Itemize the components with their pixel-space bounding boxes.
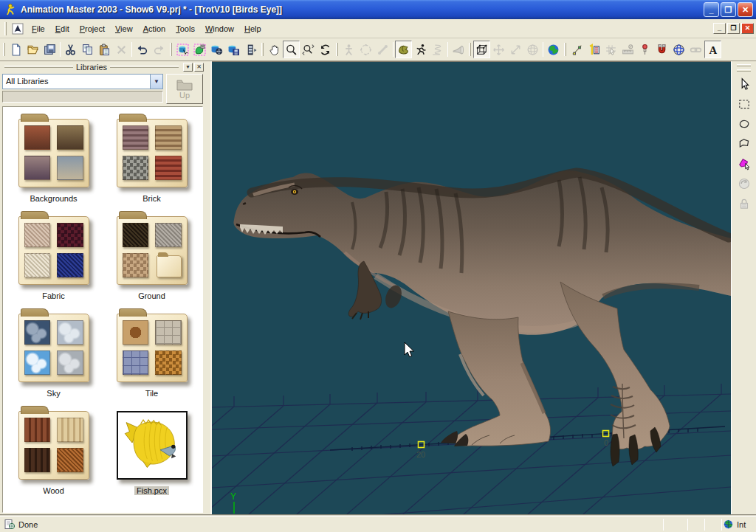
menu-tools[interactable]: Tools [171,22,200,35]
paste-button[interactable] [96,41,113,58]
skeletal-mode-button[interactable] [340,41,357,58]
texture-thumbnail [155,223,182,247]
mdi-close-button[interactable]: ✕ [741,23,754,34]
render-mode-button[interactable] [174,41,191,58]
ruler-button[interactable] [619,41,636,58]
library-item-tile[interactable]: Tile [103,308,201,405]
copy-button[interactable] [79,41,96,58]
palette-gripper[interactable] [737,64,751,66]
patch-select-button[interactable] [735,154,754,173]
muscle-mode-button[interactable] [395,41,412,58]
folder-icon [18,411,89,480]
select-arrow-button[interactable] [735,75,754,94]
polygon-select-button[interactable] [735,134,754,153]
library-item-backgrounds[interactable]: Backgrounds [4,113,103,210]
turn-button[interactable] [317,41,334,58]
snap-grid-button[interactable] [602,41,619,58]
svg-text:A: A [709,44,717,55]
world-button[interactable] [545,41,562,58]
panel-collapse-button[interactable]: ▾ [183,63,193,72]
library-item-ground[interactable]: Ground [103,210,201,308]
library-item-brick[interactable]: Brick [103,113,201,210]
mdi-minimize-button[interactable]: _ [713,23,726,34]
window-title: Animation Master 2003 - Show6 V9.prj * -… [21,4,704,15]
document-icon[interactable] [12,23,24,35]
restore-button[interactable]: ❐ [721,2,736,17]
save-animation-icon [227,44,240,56]
dynamics-button[interactable] [429,41,446,58]
cut-icon [64,44,77,56]
library-item-sky[interactable]: Sky [4,308,103,405]
texture-thumbnail [24,350,51,375]
delete-button[interactable] [113,41,130,58]
save-animation-button[interactable] [225,41,242,58]
rotoscope-button[interactable] [670,41,687,58]
up-button[interactable]: Up [166,74,203,104]
library-item-fish-pcx[interactable]: Fish.pcx [103,405,201,502]
chevron-down-icon[interactable]: ▼ [150,75,162,89]
menu-action[interactable]: Action [138,22,171,35]
rotate-manip-button[interactable] [524,41,541,58]
texture-thumbnail [57,253,83,277]
snap-magnet-button[interactable] [653,41,670,58]
toolbar-gripper[interactable] [261,43,264,56]
toolbar-gripper[interactable] [564,43,566,56]
rect-select-button[interactable] [735,94,754,114]
redo-button[interactable] [151,41,168,58]
menu-help[interactable]: Help [239,22,267,35]
texture-thumbnail [24,125,51,150]
toolbar-gripper[interactable] [3,43,5,56]
zoom-fit-button[interactable] [300,41,317,58]
toolbar-separator [60,42,61,57]
menu-window[interactable]: Window [200,22,239,35]
toolbar-gripper[interactable] [469,43,471,56]
render-to-film-button[interactable] [208,41,225,58]
sound-button[interactable] [450,41,467,58]
pin-button[interactable] [636,41,653,58]
polygon-select-icon [738,137,751,151]
lock-tool-button[interactable] [735,194,754,213]
menu-edit[interactable]: Edit [50,22,75,35]
library-item-fabric[interactable]: Fabric [4,210,103,308]
close-button[interactable]: ✕ [738,2,753,17]
new-button[interactable] [7,41,24,58]
panel-divider[interactable] [205,61,212,514]
panel-close-button[interactable]: ✕ [194,63,204,72]
animate-mode-button[interactable] [412,41,429,58]
save-all-button[interactable] [41,41,58,58]
undo-button[interactable] [134,41,151,58]
menu-view[interactable]: View [110,22,138,35]
toolbar-separator [447,42,448,57]
texture-thumbnail [155,125,182,150]
viewport-canvas[interactable]: 20 0 Y [212,62,731,514]
menu-file[interactable]: File [27,22,50,35]
cut-button[interactable] [62,41,79,58]
keyframe-button[interactable] [585,41,602,58]
lasso-select-button[interactable] [735,114,754,134]
bound-box-button[interactable] [473,41,490,58]
rotate-tool-button[interactable] [735,174,754,193]
mdi-restore-button[interactable]: ❐ [727,23,740,34]
texture-thumbnail [57,320,83,345]
zoom-button[interactable] [283,41,300,58]
menu-project[interactable]: Project [75,22,110,35]
menubar-gripper[interactable] [4,22,7,35]
open-button[interactable] [24,41,41,58]
modeling-mode-button[interactable] [357,41,374,58]
spline-button[interactable] [568,41,585,58]
render-lock-button[interactable] [191,41,208,58]
toolbar-gripper[interactable] [336,43,338,56]
pan-button[interactable] [266,41,283,58]
libraries-panel: Libraries ▾ ✕ All Libraries ▼ Up B [0,61,205,514]
library-item-wood[interactable]: Wood [4,405,103,502]
toolbar-gripper[interactable] [170,43,172,56]
link-button[interactable] [687,41,704,58]
minimize-button[interactable]: _ [704,2,719,17]
font-button[interactable]: A [704,41,721,58]
library-item-label: Brick [140,194,162,203]
library-filter-dropdown[interactable]: All Libraries ▼ [2,74,163,89]
bone-button[interactable] [374,41,391,58]
play-animation-button[interactable] [242,41,259,58]
scale-manip-button[interactable] [507,41,524,58]
translate-manip-button[interactable] [490,41,507,58]
